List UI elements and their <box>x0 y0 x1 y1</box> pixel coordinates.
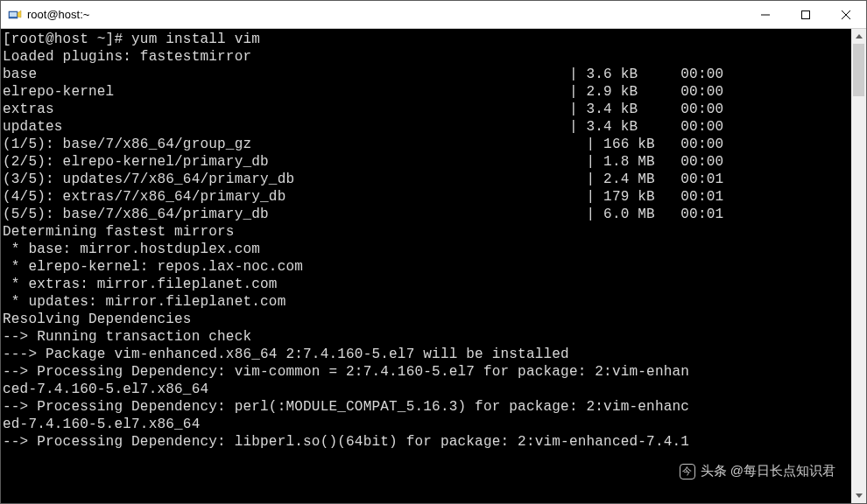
scroll-down-arrow-icon[interactable] <box>851 488 866 503</box>
output-line: --> Processing Dependency: perl(:MODULE_… <box>3 398 848 416</box>
output-line: --> Processing Dependency: libperl.so()(… <box>3 433 848 451</box>
scrollbar-thumb[interactable] <box>853 44 864 96</box>
window-controls <box>745 1 866 28</box>
output-line: Determining fastest mirrors <box>3 223 848 241</box>
output-line: updates | 3.4 kB 00:00 <box>3 118 848 136</box>
output-line: * base: mirror.hostduplex.com <box>3 241 848 258</box>
putty-icon <box>8 8 22 22</box>
vertical-scrollbar[interactable] <box>851 29 866 503</box>
scrollbar-track[interactable] <box>851 44 866 488</box>
output-line: ---> Package vim-enhanced.x86_64 2:7.4.1… <box>3 346 848 363</box>
output-line: (1/5): base/7/x86_64/group_gz | 166 kB 0… <box>3 136 848 153</box>
terminal-area: [root@host ~]# yum install vimLoaded plu… <box>1 29 866 503</box>
output-line: Loaded plugins: fastestmirror <box>3 48 848 66</box>
svg-marker-6 <box>856 34 863 38</box>
output-line: (4/5): extras/7/x86_64/primary_db | 179 … <box>3 188 848 206</box>
output-line: * updates: mirror.fileplanet.com <box>3 293 848 311</box>
output-line: elrepo-kernel | 2.9 kB 00:00 <box>3 83 848 101</box>
output-line: ed-7.4.160-5.el7.x86_64 <box>3 416 848 433</box>
output-line: Resolving Dependencies <box>3 311 848 328</box>
close-button[interactable] <box>826 1 866 28</box>
output-line: ced-7.4.160-5.el7.x86_64 <box>3 381 848 398</box>
output-line: * extras: mirror.fileplanet.com <box>3 276 848 293</box>
svg-marker-7 <box>856 494 863 498</box>
maximize-button[interactable] <box>786 1 826 28</box>
output-line: --> Running transaction check <box>3 328 848 346</box>
output-line: * elrepo-kernel: repos.lax-noc.com <box>3 258 848 276</box>
output-line: --> Processing Dependency: vim-common = … <box>3 363 848 381</box>
terminal-output[interactable]: [root@host ~]# yum install vimLoaded plu… <box>1 29 851 503</box>
window-frame: root@host:~ [root@host ~]# yum install v… <box>0 0 867 504</box>
window-title: root@host:~ <box>27 8 745 21</box>
output-line: base | 3.6 kB 00:00 <box>3 66 848 83</box>
minimize-button[interactable] <box>745 1 786 28</box>
output-line: (5/5): base/7/x86_64/primary_db | 6.0 MB… <box>3 206 848 223</box>
scroll-up-arrow-icon[interactable] <box>851 29 866 44</box>
shell-prompt: [root@host ~]# <box>3 32 131 47</box>
command-text: yum install vim <box>131 32 260 47</box>
output-line: (2/5): elrepo-kernel/primary_db | 1.8 MB… <box>3 153 848 171</box>
prompt-line: [root@host ~]# yum install vim <box>3 31 848 48</box>
titlebar[interactable]: root@host:~ <box>1 1 866 29</box>
svg-rect-3 <box>802 10 810 18</box>
svg-rect-1 <box>10 12 17 17</box>
output-line: (3/5): updates/7/x86_64/primary_db | 2.4… <box>3 171 848 188</box>
output-line: extras | 3.4 kB 00:00 <box>3 101 848 118</box>
